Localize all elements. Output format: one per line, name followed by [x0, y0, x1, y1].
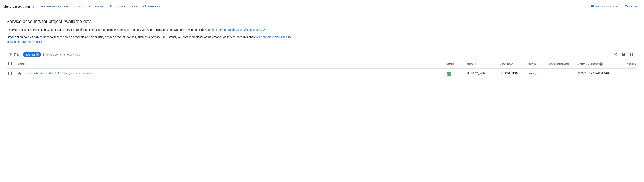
filter-columns-button[interactable]	[629, 51, 635, 58]
filter-bar: Filter doc-test ✕ ✕	[6, 50, 638, 59]
col-header-checkbox	[6, 59, 16, 69]
row-more-actions-button[interactable]: ⋮	[630, 72, 636, 78]
learn-more-service-accounts-link[interactable]: Learn more about service accounts. ↗	[216, 28, 265, 31]
delete-button[interactable]: DELETE	[86, 3, 106, 10]
table-header-row: Email Status Name ↑ Description	[6, 59, 638, 69]
header-checkbox[interactable]	[8, 62, 12, 66]
filter-chip-close-button[interactable]: ✕	[36, 53, 39, 56]
col-header-description: Description	[498, 59, 527, 69]
external-link-icon-1: ↗	[263, 28, 265, 31]
col-header-key-creation-date: Key creation date	[547, 59, 576, 69]
trash-icon	[88, 4, 91, 8]
col-header-keyid: Key ID	[527, 59, 547, 69]
filter-label: Filter	[14, 53, 20, 56]
filter-input[interactable]	[43, 53, 610, 56]
col-header-oauth: OAuth 2 Client ID ?	[576, 59, 621, 69]
refresh-button[interactable]: REFRESH	[140, 3, 163, 10]
filter-help-button[interactable]	[620, 51, 627, 58]
oauth-help-icon[interactable]: ?	[599, 62, 602, 66]
filter-actions: ✕	[612, 51, 635, 58]
service-accounts-title: Service accounts for project "wallaroo-d…	[6, 19, 638, 24]
row-name-cell: DISPLAY_NAME	[465, 69, 498, 81]
service-account-email-link[interactable]: doc-test-sa@wallaroo-dev-253816.iam.gser…	[18, 72, 443, 76]
toolbar: Service accounts + CREATE SERVICE ACCOUN…	[0, 0, 644, 13]
row-actions-cell: ⋮	[621, 69, 638, 81]
row-oauth-cell: 103538185468576008548	[576, 69, 621, 81]
sort-ascending-icon: ↑	[475, 62, 476, 66]
help-chat-icon	[591, 4, 594, 9]
help-assistant-button[interactable]: HELP ASSISTANT	[588, 3, 621, 10]
col-header-email: Email	[16, 59, 445, 69]
status-active-icon	[446, 72, 451, 78]
filter-clear-button[interactable]: ✕	[612, 51, 619, 58]
toolbar-right-actions: HELP ASSISTANT LEARN	[588, 3, 641, 10]
filter-chip-doc-test: doc-test ✕	[23, 52, 41, 57]
service-accounts-table: Email Status Name ↑ Description	[6, 59, 638, 81]
row-description-cell: DESCRIPTION	[498, 69, 527, 81]
col-header-actions: Actions	[621, 59, 638, 69]
row-keyid-cell: No keys	[527, 69, 547, 81]
plus-icon: +	[41, 5, 43, 8]
row-checkbox-cell	[6, 69, 16, 81]
col-header-status: Status	[445, 59, 465, 69]
learn-button[interactable]: LEARN	[622, 3, 641, 10]
main-content: Service accounts for project "wallaroo-d…	[0, 13, 644, 81]
filter-icon	[9, 53, 12, 56]
svg-point-0	[446, 72, 451, 76]
row-keycreation-cell	[547, 69, 576, 81]
row-checkbox[interactable]	[8, 72, 12, 75]
create-service-account-button[interactable]: + CREATE SERVICE ACCOUNT	[38, 3, 85, 10]
row-email-cell: doc-test-sa@wallaroo-dev-253816.iam.gser…	[16, 69, 445, 81]
table-row: doc-test-sa@wallaroo-dev-253816.iam.gser…	[6, 69, 638, 81]
page-title: Service accounts	[3, 4, 34, 9]
external-link-icon-2: ↗	[46, 40, 48, 43]
manage-access-button[interactable]: MANAGE ACCESS	[106, 3, 140, 10]
graduation-icon	[624, 4, 628, 9]
refresh-icon	[143, 4, 146, 8]
description-2: Organization policies can be used to sec…	[6, 35, 294, 44]
col-header-name[interactable]: Name ↑	[465, 59, 498, 69]
row-status-cell	[445, 69, 465, 81]
person-add-icon	[109, 4, 112, 8]
filter-chip-label: doc-test	[26, 53, 35, 56]
description-1: A service account represents a Google Cl…	[6, 28, 294, 32]
account-icon	[18, 72, 21, 76]
